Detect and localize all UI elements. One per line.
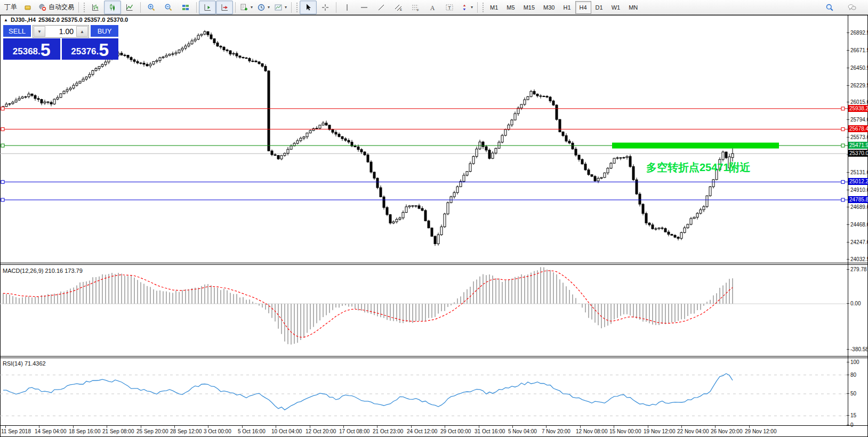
bars-icon bbox=[91, 3, 100, 12]
search-button[interactable] bbox=[821, 1, 838, 14]
pane-divider[interactable] bbox=[0, 358, 868, 358]
symbol-timeframe-label: DJ30-,H4 bbox=[11, 17, 36, 23]
zoom-in-button[interactable] bbox=[143, 1, 160, 14]
autotrade-icon bbox=[38, 3, 47, 12]
tile-windows-button[interactable] bbox=[177, 1, 194, 14]
bar-chart-button[interactable] bbox=[87, 1, 104, 14]
cursor-button[interactable] bbox=[300, 1, 317, 14]
vline-icon bbox=[343, 3, 351, 12]
buy-price-display[interactable]: 25376 . 5 bbox=[62, 38, 119, 60]
timeframe-button-m5[interactable]: M5 bbox=[502, 1, 519, 14]
chevron-down-icon[interactable]: ▾ bbox=[471, 5, 473, 10]
textA-icon: A bbox=[428, 3, 437, 12]
fibo-icon: F bbox=[411, 3, 420, 12]
volume-stepper[interactable]: ▼ 1.00 ▲ bbox=[33, 25, 89, 38]
auto-scroll-button[interactable] bbox=[216, 1, 233, 14]
zoom-out-button[interactable] bbox=[160, 1, 177, 14]
level-price-label: 25471.9 bbox=[848, 142, 868, 149]
horizontal-line-button[interactable] bbox=[356, 1, 373, 14]
timeframe-button-m1[interactable]: M1 bbox=[486, 1, 502, 14]
buy-button[interactable]: BUY bbox=[91, 25, 118, 38]
trendline-button[interactable] bbox=[373, 1, 390, 14]
time-tick bbox=[141, 426, 141, 428]
time-axis[interactable]: 11 Sep 201814 Sep 04:0018 Sep 16:0021 Se… bbox=[0, 426, 848, 436]
time-tick bbox=[310, 426, 310, 428]
collapse-triangle-icon[interactable]: ▲ bbox=[4, 18, 8, 22]
macd-indicator-canvas[interactable] bbox=[0, 265, 848, 356]
time-axis-label: 26 Nov 20:00 bbox=[711, 428, 743, 434]
time-axis-label: 31 Oct 16:00 bbox=[475, 428, 505, 434]
time-tick bbox=[107, 426, 107, 428]
timeframe-button-h1[interactable]: H1 bbox=[559, 1, 575, 14]
line-handle bbox=[1, 198, 4, 201]
chart-shift-button[interactable] bbox=[199, 1, 216, 14]
price-chart-canvas[interactable] bbox=[0, 15, 848, 263]
timeframe-button-h4[interactable]: H4 bbox=[575, 1, 591, 14]
ohlc-values: 25362.0 25375.0 25357.0 25370.0 bbox=[38, 17, 128, 23]
chart-header: ▲ DJ30-,H4 25362.0 25375.0 25357.0 25370… bbox=[4, 17, 128, 23]
timeframe-button-d1[interactable]: D1 bbox=[591, 1, 607, 14]
time-axis-label: 12 Nov 08:00 bbox=[576, 428, 608, 434]
buy-price-pip: 5 bbox=[99, 41, 109, 59]
candlestick-chart-button[interactable] bbox=[104, 1, 121, 14]
time-axis-label: 7 Nov 20:00 bbox=[542, 428, 570, 434]
sell-price-main: 25368 bbox=[13, 45, 38, 59]
time-axis-label: 15 Nov 00:00 bbox=[609, 428, 641, 434]
time-axis-divider bbox=[0, 425, 868, 426]
pane-divider[interactable] bbox=[0, 356, 868, 357]
toolbar-grip[interactable] bbox=[295, 2, 298, 13]
chevron-down-icon[interactable]: ▾ bbox=[268, 5, 270, 10]
tline-icon bbox=[377, 3, 385, 12]
level-price-label: 24785.8 bbox=[848, 196, 868, 203]
time-axis-label: 11 Sep 2018 bbox=[1, 428, 31, 434]
line-handle bbox=[1, 107, 4, 110]
sell-price-display[interactable]: 25368 . 5 bbox=[3, 38, 60, 60]
fibonacci-button[interactable]: F bbox=[407, 1, 424, 14]
text-button[interactable]: A bbox=[424, 1, 441, 14]
arrows-icon bbox=[460, 3, 469, 12]
timeframe-button-m30[interactable]: M30 bbox=[539, 1, 559, 14]
time-axis-label: 29 Oct 00:00 bbox=[440, 428, 471, 434]
line-chart-button[interactable] bbox=[121, 1, 138, 14]
buy-price-main: 25376 bbox=[71, 45, 96, 59]
toolbar-separator bbox=[477, 2, 478, 13]
line-handle bbox=[1, 127, 4, 131]
time-tick bbox=[445, 426, 445, 428]
vertical-line-button[interactable] bbox=[339, 1, 356, 14]
new-order-button-label: 丁单 bbox=[4, 3, 17, 12]
pane-divider[interactable] bbox=[0, 264, 868, 265]
crosshair-button[interactable] bbox=[317, 1, 334, 14]
toolbar-grip[interactable] bbox=[83, 2, 85, 13]
sell-button[interactable]: SELL bbox=[3, 25, 31, 38]
periods-button[interactable]: ▾ bbox=[255, 1, 272, 14]
line-handle bbox=[841, 144, 845, 147]
chat-button[interactable] bbox=[843, 1, 861, 14]
history-button[interactable] bbox=[19, 1, 36, 14]
templates-button[interactable]: ▾ bbox=[272, 1, 289, 14]
chevron-down-icon[interactable]: ▾ bbox=[285, 5, 287, 10]
timeframe-button-w1[interactable]: W1 bbox=[607, 1, 625, 14]
volume-increase-button[interactable]: ▲ bbox=[76, 26, 88, 37]
main-toolbar: 丁单自动交易▾▾▾EFAT▾M1M5M15M30H1H4D1W1MN bbox=[0, 0, 868, 15]
auto-trading-button[interactable]: 自动交易 bbox=[36, 1, 76, 14]
add-indicator-button[interactable]: ▾ bbox=[238, 1, 255, 14]
price-axis[interactable]: 26892.526671.526450.526229.526015.025794… bbox=[848, 15, 868, 426]
timeframe-button-m15[interactable]: M15 bbox=[519, 1, 539, 14]
zoomin-icon bbox=[147, 3, 156, 12]
arrows-button[interactable]: ▾ bbox=[458, 1, 475, 14]
addind-icon bbox=[240, 3, 248, 12]
volume-decrease-button[interactable]: ▼ bbox=[34, 26, 45, 37]
pane-divider[interactable] bbox=[0, 263, 868, 263]
time-axis-label: 29 Nov 12:00 bbox=[745, 428, 777, 434]
volume-value[interactable]: 1.00 bbox=[46, 26, 76, 37]
rsi-indicator-canvas[interactable] bbox=[0, 358, 848, 425]
toolbar-separator bbox=[291, 2, 292, 13]
time-axis-label: 5 Oct 16:00 bbox=[238, 428, 266, 434]
new-order-button[interactable]: 丁单 bbox=[2, 1, 19, 14]
channel-button[interactable]: E bbox=[390, 1, 407, 14]
chevron-down-icon[interactable]: ▾ bbox=[251, 5, 253, 10]
toolbar-grip[interactable] bbox=[481, 2, 484, 13]
timeframe-button-mn[interactable]: MN bbox=[624, 1, 642, 14]
chat-icon bbox=[848, 3, 856, 12]
text-label-button[interactable]: T bbox=[441, 1, 458, 14]
